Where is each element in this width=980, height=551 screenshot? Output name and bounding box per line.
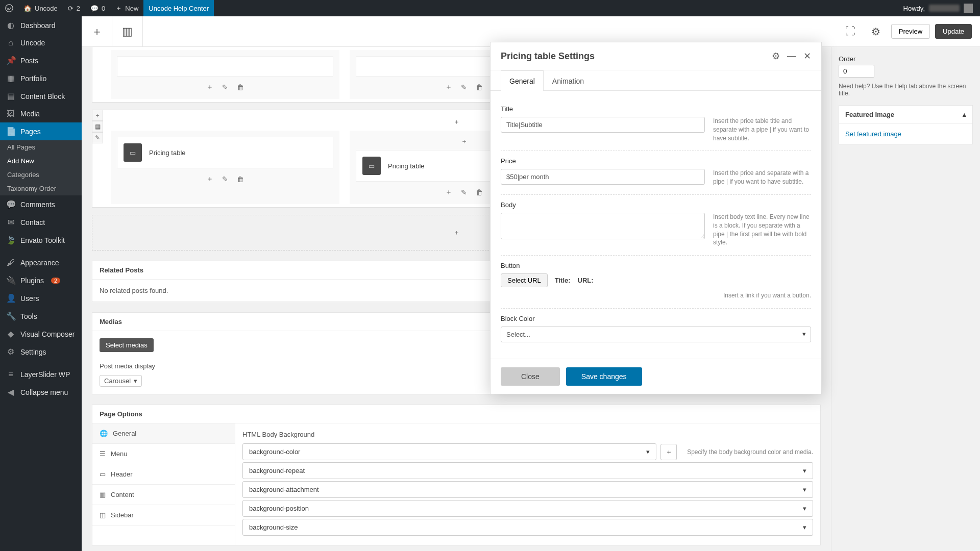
add-icon[interactable]: ＋: [451, 227, 462, 238]
delete-icon[interactable]: 🗑: [474, 82, 485, 93]
sidebar-item-users[interactable]: 👤Users: [0, 289, 82, 307]
acc-bg-size[interactable]: background-size▾: [242, 519, 813, 536]
site-name[interactable]: 🏠Uncode: [18, 0, 63, 16]
po-body-bg-label: HTML Body Background: [242, 431, 813, 438]
update-button[interactable]: Update: [935, 24, 972, 39]
plugin-icon: 🔌: [6, 276, 15, 285]
updates[interactable]: ⟳2: [63, 0, 85, 16]
preview-button[interactable]: Preview: [891, 24, 930, 39]
pricing-thumb-icon: ▭: [362, 157, 381, 175]
sidebar-item-visual-composer[interactable]: ◆Visual Composer: [0, 325, 82, 343]
block-color-label: Block Color: [501, 315, 811, 322]
add-icon[interactable]: ＋: [443, 187, 454, 198]
fullscreen-icon[interactable]: ⛶: [840, 21, 861, 42]
price-field-label: Price: [501, 157, 811, 165]
sidebar-item-plugins[interactable]: 🔌Plugins2: [0, 271, 82, 289]
title-input[interactable]: [501, 117, 705, 133]
modal-title: Pricing table Settings: [501, 51, 595, 62]
comments-count[interactable]: 💬0: [85, 0, 110, 16]
po-tab-content[interactable]: ▥Content: [92, 485, 235, 505]
title-field-label: Title: [501, 105, 811, 113]
wp-logo[interactable]: [0, 0, 18, 16]
sidebar-item-pages[interactable]: 📄Pages: [0, 122, 82, 140]
sidebar-item-dashboard[interactable]: ◐Dashboard: [0, 16, 82, 34]
sub-taxonomy-order[interactable]: Taxonomy Order: [0, 182, 82, 195]
po-tab-header[interactable]: ▭Header: [92, 464, 235, 485]
acc-add-button[interactable]: ＋: [660, 444, 677, 460]
edit-icon[interactable]: ✎: [219, 173, 231, 185]
row-add-icon[interactable]: ＋: [92, 110, 103, 121]
edit-icon[interactable]: ✎: [458, 82, 470, 93]
sidebar-item-appearance[interactable]: 🖌Appearance: [0, 254, 82, 271]
po-tab-sidebar[interactable]: ◫Sidebar: [92, 505, 235, 525]
sidebar-item-posts[interactable]: 📌Posts: [0, 52, 82, 69]
user-icon: 👤: [6, 293, 15, 303]
sub-all-pages[interactable]: All Pages: [0, 140, 82, 154]
set-featured-image-link[interactable]: Set featured image: [845, 130, 901, 138]
settings-icon[interactable]: ⚙: [866, 21, 886, 42]
sub-add-new[interactable]: Add New: [0, 154, 82, 168]
delete-icon[interactable]: 🗑: [474, 187, 485, 198]
row-edit-icon[interactable]: ✎: [92, 132, 103, 143]
po-tab-menu[interactable]: ☰Menu: [92, 444, 235, 464]
select-url-button[interactable]: Select URL: [501, 273, 548, 287]
edit-icon[interactable]: ✎: [458, 187, 470, 198]
featured-image-box: Featured Image ▴ Set featured image: [839, 105, 973, 144]
modal-minimize-icon[interactable]: —: [787, 51, 796, 62]
sidebar-item-uncode[interactable]: ⌂Uncode: [0, 34, 82, 52]
sidebar-item-envato[interactable]: 🍃Envato Toolkit: [0, 231, 82, 249]
new-content[interactable]: ＋New: [110, 0, 143, 16]
body-textarea[interactable]: [501, 213, 705, 239]
modal-close-icon[interactable]: ✕: [803, 51, 811, 62]
pages-icon: 📄: [6, 127, 15, 136]
price-input[interactable]: [501, 169, 705, 185]
sidebar-item-layerslider[interactable]: ≡LayerSlider WP: [0, 366, 82, 383]
row-columns-icon[interactable]: ▦: [92, 121, 103, 132]
add-col-icon[interactable]: ＋: [451, 116, 462, 128]
delete-icon[interactable]: 🗑: [235, 173, 246, 185]
home-icon: ⌂: [6, 38, 15, 47]
element-placeholder[interactable]: [117, 56, 333, 77]
add-icon[interactable]: ＋: [204, 82, 215, 93]
pricing-table-element[interactable]: ▭ Pricing table: [117, 137, 333, 168]
sidebar-item-tools[interactable]: 🔧Tools: [0, 307, 82, 325]
sidebar-item-comments[interactable]: 💬Comments: [0, 195, 82, 213]
templates-button[interactable]: ▥: [112, 16, 143, 47]
help-center[interactable]: Uncode Help Center: [143, 0, 214, 16]
collapse-icon: ◀: [6, 387, 15, 397]
delete-icon[interactable]: 🗑: [235, 82, 246, 93]
modal-tab-animation[interactable]: Animation: [544, 70, 593, 90]
acc-bg-color[interactable]: background-color▾: [242, 443, 656, 460]
add-icon[interactable]: ＋: [204, 173, 215, 185]
modal-tab-general[interactable]: General: [501, 70, 544, 91]
sidebar-item-collapse[interactable]: ◀Collapse menu: [0, 383, 82, 401]
sidebar-item-media[interactable]: 🖼Media: [0, 105, 82, 122]
sidebar-item-contact[interactable]: ✉Contact: [0, 213, 82, 231]
envato-icon: 🍃: [6, 235, 15, 245]
add-col-icon[interactable]: ＋: [458, 136, 470, 147]
acc-bg-repeat[interactable]: background-repeat▾: [242, 462, 813, 479]
add-icon[interactable]: ＋: [443, 82, 454, 93]
acc-bg-attachment[interactable]: background-attachment▾: [242, 481, 813, 498]
add-element-button[interactable]: ＋: [82, 16, 112, 47]
select-medias-button[interactable]: Select medias: [100, 338, 154, 352]
acc-bg-position[interactable]: background-position▾: [242, 500, 813, 517]
avatar[interactable]: [964, 4, 973, 13]
sub-categories[interactable]: Categories: [0, 168, 82, 182]
modal-save-button[interactable]: Save changes: [566, 367, 642, 386]
sidebar-item-portfolio[interactable]: ▦Portfolio: [0, 69, 82, 87]
post-media-display-select[interactable]: Carousel▾: [100, 375, 142, 387]
featured-image-toggle[interactable]: Featured Image ▴: [839, 106, 972, 124]
sidebar-item-settings[interactable]: ⚙Settings: [0, 343, 82, 361]
block-color-select[interactable]: Select...: [501, 327, 811, 342]
chevron-up-icon: ▴: [963, 111, 966, 118]
sidebar-item-content-block[interactable]: ▤Content Block: [0, 87, 82, 105]
grid2-icon: ▤: [6, 91, 15, 101]
order-input[interactable]: [839, 65, 874, 78]
pricing-label: Pricing table: [149, 149, 186, 157]
po-tab-general[interactable]: 🌐General: [92, 423, 235, 444]
modal-settings-icon[interactable]: ⚙: [772, 51, 780, 62]
edit-icon[interactable]: ✎: [219, 82, 231, 93]
gear-icon: ⚙: [6, 347, 15, 357]
modal-close-button[interactable]: Close: [501, 367, 560, 386]
